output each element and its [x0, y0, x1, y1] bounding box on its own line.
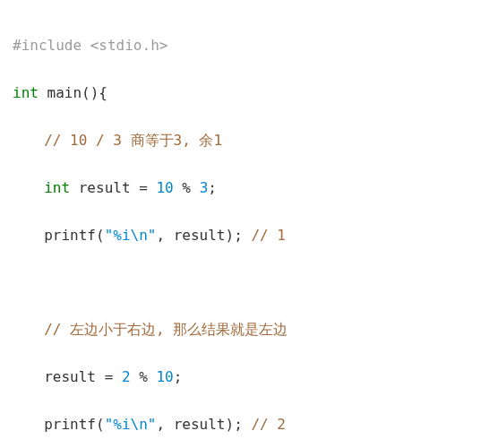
code-block: #include <stdio.h> int main(){ // 10 / 3…: [0, 0, 481, 448]
code-line: printf("%i\n", result); // 1: [13, 224, 468, 247]
escape-newline: \n: [131, 227, 148, 244]
code-line: printf("%i\n", result); // 2: [13, 413, 468, 436]
code-line: #include <stdio.h>: [13, 34, 468, 57]
keyword-int: int: [13, 84, 39, 101]
blank-line: [13, 271, 468, 294]
comment: // 2: [251, 416, 286, 433]
code-line: // 左边小于右边, 那么结果就是左边: [13, 318, 468, 341]
modulo-operator: %: [182, 179, 191, 196]
code-line: result = 2 % 10;: [13, 366, 468, 389]
preproc-directive: #include <stdio.h>: [13, 37, 167, 54]
comment: // 1: [251, 227, 286, 244]
keyword-int: int: [44, 179, 70, 196]
comment: // 10 / 3 商等于3, 余1: [44, 132, 222, 149]
number-literal: 10: [156, 179, 173, 196]
identifier-result: result: [79, 179, 131, 196]
comment: // 左边小于右边, 那么结果就是左边: [44, 321, 288, 338]
code-line: int main(){: [13, 82, 468, 105]
number-literal: 3: [200, 179, 209, 196]
code-line: // 10 / 3 商等于3, 余1: [13, 129, 468, 152]
function-printf: printf: [44, 227, 96, 244]
format-string: %i: [113, 227, 130, 244]
function-main: main: [47, 84, 82, 101]
code-line: int result = 10 % 3;: [13, 177, 468, 200]
